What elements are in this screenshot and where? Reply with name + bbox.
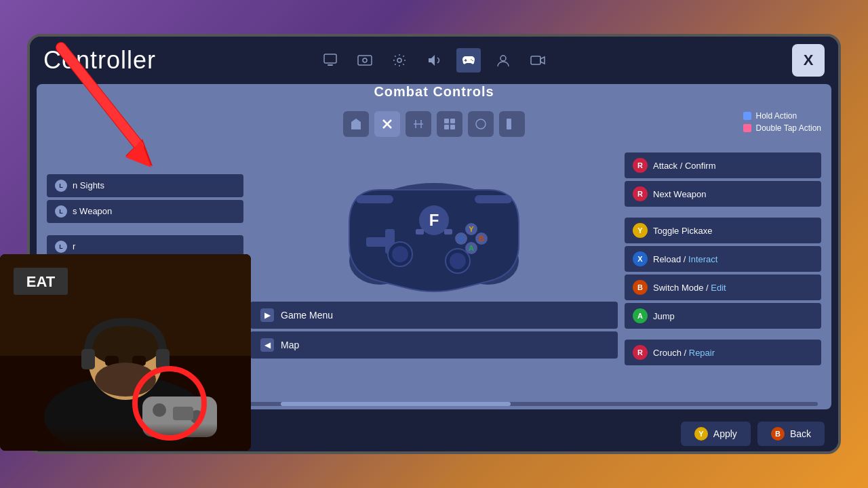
window-title: Controller — [43, 46, 156, 75]
binding-crouch-repair[interactable]: R Crouch / Repair — [625, 340, 821, 365]
svg-rect-13 — [444, 119, 449, 123]
binding-next-weapon[interactable]: R Next Weapon — [625, 181, 821, 207]
toggle-pickaxe-label: Toggle Pickaxe — [653, 226, 712, 236]
back-label: Back — [790, 428, 811, 439]
tab-2[interactable] — [374, 111, 400, 137]
svg-point-56 — [153, 403, 166, 417]
svg-rect-42 — [475, 195, 512, 203]
game-menu-label: Game Menu — [281, 310, 333, 321]
binding-weapon-switch[interactable]: L s Weapon — [47, 200, 243, 223]
binding-jump[interactable]: A Jump — [625, 303, 821, 329]
binding-sights[interactable]: L n Sights — [47, 174, 243, 197]
rb-badge-r2: R — [633, 186, 648, 201]
nav-video[interactable] — [526, 48, 550, 73]
svg-rect-24 — [366, 237, 391, 247]
binding-switch-mode[interactable]: B Switch Mode / Edit — [625, 274, 821, 300]
title-bar: Controller X — [30, 37, 838, 84]
back-button[interactable]: B Back — [757, 422, 825, 446]
svg-rect-54 — [156, 349, 170, 369]
binding-reload-interact[interactable]: X Reload / Interact — [625, 246, 821, 272]
map-icon: ◀ — [260, 338, 274, 352]
svg-rect-0 — [324, 54, 336, 63]
back-icon: B — [771, 427, 785, 441]
svg-rect-10 — [531, 56, 540, 64]
webcam-background: EAT — [0, 254, 251, 451]
svg-text:A: A — [469, 244, 474, 252]
svg-point-9 — [500, 56, 506, 61]
center-panel: Y X B A F — [247, 146, 621, 399]
tab-4[interactable] — [437, 111, 462, 137]
binding-toggle-pickaxe[interactable]: Y Toggle Pickaxe — [625, 218, 821, 243]
interact-label: Interact — [688, 254, 717, 264]
nav-icons — [318, 48, 550, 73]
bottom-right: Y Apply B Back — [681, 422, 825, 446]
svg-point-3 — [363, 58, 367, 62]
svg-rect-18 — [507, 119, 511, 129]
rb-badge-y: Y — [633, 223, 648, 238]
webcam-overlay: EAT — [0, 254, 251, 451]
controller-illustration: Y X B A F — [339, 149, 529, 298]
map-label: Map — [281, 340, 299, 350]
svg-point-40 — [450, 253, 466, 269]
rb-badge-r3: R — [633, 345, 648, 360]
nav-audio[interactable] — [422, 48, 446, 73]
nav-controller[interactable] — [456, 48, 481, 73]
nav-settings[interactable] — [387, 48, 412, 73]
tab-row — [343, 103, 525, 142]
svg-text:F: F — [429, 211, 439, 229]
repair-label: Repair — [689, 348, 715, 358]
svg-rect-36 — [444, 229, 452, 235]
svg-point-17 — [476, 119, 486, 129]
attack-confirm-label: Attack / Confirm — [653, 161, 715, 171]
edit-label: Edit — [711, 283, 726, 293]
rb-badge-a: A — [633, 308, 648, 323]
svg-rect-1 — [328, 64, 333, 66]
svg-text:EAT: EAT — [26, 273, 56, 290]
nav-account[interactable] — [491, 48, 515, 73]
rb-badge-b: B — [633, 280, 648, 295]
scroll-thumb — [281, 402, 511, 406]
apply-button[interactable]: Y Apply — [681, 422, 751, 446]
svg-point-4 — [397, 58, 401, 62]
apply-label: Apply — [713, 428, 737, 439]
apply-icon: Y — [694, 427, 708, 441]
svg-rect-35 — [416, 229, 424, 235]
map-binding[interactable]: ◀ Map — [250, 331, 618, 359]
close-button[interactable]: X — [792, 44, 825, 77]
svg-rect-15 — [444, 125, 449, 129]
svg-rect-16 — [450, 125, 455, 129]
tab-5[interactable] — [468, 111, 494, 137]
svg-text:B: B — [479, 235, 484, 243]
svg-point-8 — [472, 60, 473, 62]
center-bottom: ▶ Game Menu ◀ Map — [250, 302, 618, 359]
nav-display[interactable] — [353, 48, 377, 73]
svg-rect-41 — [356, 195, 393, 203]
svg-text:X: X — [458, 235, 464, 243]
jump-label: Jump — [653, 311, 675, 321]
game-menu-binding[interactable]: ▶ Game Menu — [250, 302, 618, 329]
tab-6[interactable] — [499, 111, 525, 137]
binding-attack-confirm[interactable]: R Attack / Confirm — [625, 152, 821, 178]
game-menu-icon: ▶ — [260, 308, 274, 322]
svg-point-38 — [392, 246, 408, 262]
section-header: Combat Controls — [37, 84, 831, 146]
svg-point-7 — [471, 59, 472, 60]
section-title: Combat Controls — [374, 84, 494, 100]
svg-point-52 — [95, 363, 156, 396]
svg-rect-58 — [173, 407, 193, 420]
svg-rect-53 — [81, 349, 95, 369]
rb-badge-x: X — [633, 251, 648, 266]
tab-1[interactable] — [343, 111, 369, 137]
next-weapon-label: Next Weapon — [653, 189, 707, 199]
nav-monitor[interactable] — [318, 48, 342, 73]
svg-rect-14 — [450, 119, 455, 123]
rb-badge-r1: R — [633, 158, 648, 173]
tab-3[interactable] — [406, 111, 431, 137]
svg-rect-6 — [465, 60, 467, 62]
right-panel: R Attack / Confirm R Next Weapon Y Toggl… — [621, 146, 825, 399]
svg-rect-2 — [358, 56, 372, 65]
svg-text:Y: Y — [469, 225, 474, 233]
